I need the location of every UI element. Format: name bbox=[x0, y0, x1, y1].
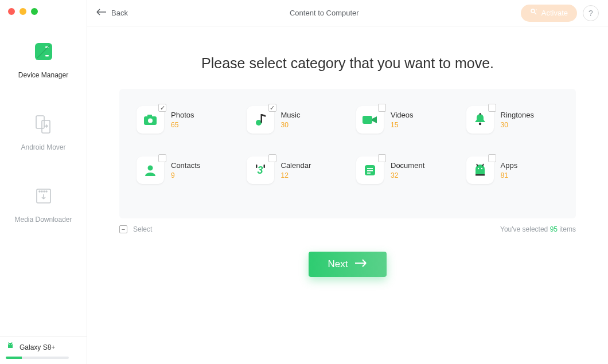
svg-rect-18 bbox=[147, 115, 152, 118]
checkbox-icon[interactable] bbox=[378, 104, 386, 112]
svg-point-8 bbox=[41, 191, 42, 192]
indeterminate-checkbox-icon: − bbox=[119, 225, 127, 233]
select-all-label: Select bbox=[133, 225, 152, 233]
selected-prefix: You've selected bbox=[500, 225, 550, 233]
svg-rect-22 bbox=[363, 116, 372, 124]
svg-rect-4 bbox=[36, 116, 44, 128]
close-window-icon[interactable] bbox=[8, 8, 15, 15]
device-row[interactable]: Galaxy S8+ bbox=[6, 342, 81, 353]
category-count: 9 bbox=[171, 171, 200, 179]
svg-rect-27 bbox=[263, 165, 265, 168]
category-count: 12 bbox=[281, 171, 311, 179]
sparkle-icon bbox=[530, 8, 538, 18]
category-calendar[interactable]: 3 Calendar 12 bbox=[241, 156, 345, 184]
android-icon bbox=[6, 342, 15, 353]
sidebar-item-label: Media Downloader bbox=[14, 216, 72, 224]
category-panel: Photos 65 Music 30 bbox=[119, 89, 576, 218]
sidebar: Device Manager Android Mover bbox=[0, 0, 87, 364]
back-button[interactable]: Back bbox=[96, 9, 128, 17]
checkbox-icon[interactable] bbox=[378, 154, 386, 162]
sidebar-item-device-manager[interactable]: Device Manager bbox=[18, 38, 68, 79]
arrow-left-icon bbox=[96, 9, 107, 17]
category-apps[interactable]: Apps 81 bbox=[461, 156, 565, 184]
checkbox-icon[interactable] bbox=[158, 104, 166, 112]
device-name: Galaxy S8+ bbox=[20, 343, 55, 351]
activate-label: Activate bbox=[541, 9, 568, 17]
category-label: Music bbox=[281, 111, 301, 119]
category-count: 81 bbox=[501, 171, 518, 179]
category-label: Videos bbox=[391, 111, 414, 119]
svg-rect-31 bbox=[367, 173, 371, 174]
selected-info: You've selected 95 items bbox=[500, 225, 576, 233]
svg-point-32 bbox=[477, 168, 478, 169]
select-all-toggle[interactable]: − Select bbox=[119, 225, 152, 233]
help-button[interactable]: ? bbox=[583, 5, 599, 21]
panel-footer: − Select You've selected 95 items bbox=[119, 225, 576, 233]
checkbox-icon[interactable] bbox=[268, 104, 276, 112]
videos-icon bbox=[356, 106, 384, 134]
svg-rect-30 bbox=[367, 170, 373, 171]
checkbox-icon[interactable] bbox=[158, 154, 166, 162]
svg-point-19 bbox=[148, 119, 153, 123]
page-title: Content to Computer bbox=[128, 9, 521, 17]
category-count: 30 bbox=[501, 121, 535, 129]
svg-line-16 bbox=[534, 13, 536, 15]
category-videos[interactable]: Videos 15 bbox=[350, 106, 455, 134]
apps-icon bbox=[466, 156, 494, 184]
header-right: Activate ? bbox=[521, 5, 599, 22]
svg-line-13 bbox=[9, 342, 9, 343]
svg-rect-29 bbox=[367, 168, 373, 169]
next-button[interactable]: Next bbox=[309, 252, 387, 277]
storage-bar bbox=[6, 357, 69, 359]
svg-point-15 bbox=[531, 9, 535, 13]
svg-rect-26 bbox=[256, 165, 258, 168]
category-grid: Photos 65 Music 30 bbox=[131, 106, 564, 184]
category-label: Document bbox=[391, 161, 424, 170]
category-document[interactable]: Document 32 bbox=[350, 156, 455, 184]
svg-rect-21 bbox=[260, 114, 262, 123]
svg-rect-5 bbox=[42, 120, 50, 133]
category-label: Calendar bbox=[281, 161, 311, 170]
back-label: Back bbox=[111, 9, 128, 17]
svg-point-10 bbox=[46, 191, 47, 192]
document-icon bbox=[356, 156, 384, 184]
content: Please select category that you want to … bbox=[87, 26, 608, 364]
category-ringtones[interactable]: Ringtones 30 bbox=[461, 106, 565, 134]
sidebar-item-media-downloader[interactable]: Media Downloader bbox=[14, 182, 72, 224]
minimize-window-icon[interactable] bbox=[20, 8, 26, 15]
window-controls bbox=[0, 0, 87, 15]
sidebar-item-android-mover[interactable]: Android Mover bbox=[21, 110, 65, 151]
calendar-icon: 3 bbox=[247, 156, 274, 184]
activate-button[interactable]: Activate bbox=[521, 5, 577, 22]
svg-rect-2 bbox=[45, 55, 49, 57]
maximize-window-icon[interactable] bbox=[31, 8, 38, 15]
android-mover-icon bbox=[29, 110, 57, 138]
header: Back Content to Computer Activate ? bbox=[87, 0, 608, 26]
category-contacts[interactable]: Contacts 9 bbox=[131, 156, 235, 184]
photos-icon bbox=[137, 106, 164, 134]
svg-point-12 bbox=[11, 344, 12, 345]
category-label: Photos bbox=[171, 111, 194, 119]
sidebar-item-label: Device Manager bbox=[18, 71, 68, 79]
sidebar-item-label: Android Mover bbox=[21, 143, 65, 151]
category-label: Apps bbox=[501, 161, 518, 170]
category-label: Contacts bbox=[171, 161, 200, 170]
category-photos[interactable]: Photos 65 bbox=[131, 106, 235, 134]
selected-suffix: items bbox=[558, 225, 576, 233]
svg-point-33 bbox=[481, 168, 482, 169]
svg-point-25 bbox=[148, 166, 153, 171]
svg-point-7 bbox=[39, 191, 40, 192]
ringtones-icon bbox=[466, 106, 494, 134]
headline: Please select category that you want to … bbox=[201, 55, 494, 72]
checkbox-icon[interactable] bbox=[488, 104, 496, 112]
category-count: 32 bbox=[391, 171, 424, 179]
checkbox-icon[interactable] bbox=[488, 154, 496, 162]
svg-rect-36 bbox=[476, 174, 485, 176]
selected-count: 95 bbox=[550, 225, 558, 233]
category-count: 65 bbox=[171, 121, 194, 129]
svg-point-11 bbox=[9, 344, 10, 345]
category-music[interactable]: Music 30 bbox=[241, 106, 345, 134]
arrow-right-icon bbox=[354, 259, 367, 270]
device-manager-icon bbox=[30, 38, 57, 65]
checkbox-icon[interactable] bbox=[268, 154, 276, 162]
